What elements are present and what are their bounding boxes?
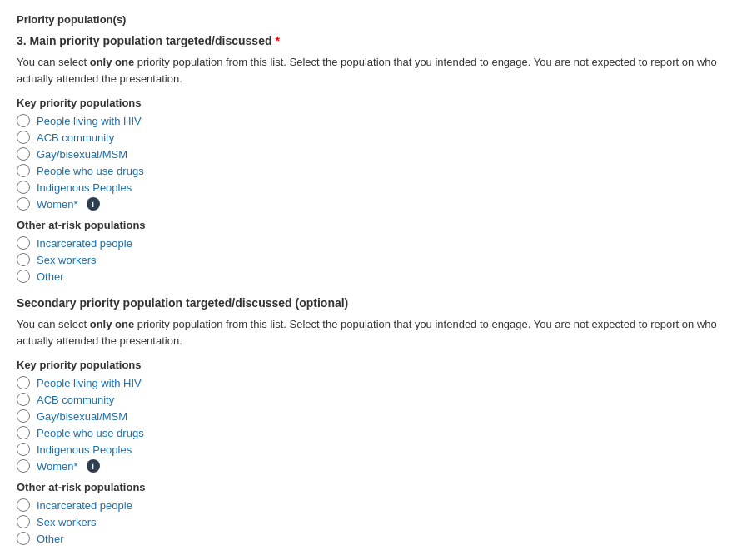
list-item[interactable]: Indigenous Peoples xyxy=(17,443,735,456)
sec-women-label[interactable]: Women* xyxy=(37,460,78,473)
main-incarcerated-radio[interactable] xyxy=(17,236,30,250)
main-drugs-radio[interactable] xyxy=(17,164,30,177)
list-item[interactable]: Gay/bisexual/MSM xyxy=(17,409,735,423)
main-incarcerated-label[interactable]: Incarcerated people xyxy=(37,237,132,250)
main-sex-workers-radio[interactable] xyxy=(17,253,30,266)
secondary-key-priority-populations: People living with HIV ACB community Gay… xyxy=(17,376,735,473)
list-item[interactable]: Gay/bisexual/MSM xyxy=(17,147,735,161)
main-sex-workers-label[interactable]: Sex workers xyxy=(37,254,97,266)
sec-hiv-label[interactable]: People living with HIV xyxy=(37,377,142,389)
list-item[interactable]: People living with HIV xyxy=(17,114,735,127)
secondary-question-label: Secondary priority population targeted/d… xyxy=(17,296,735,310)
main-key-priority-populations: People living with HIV ACB community Gay… xyxy=(17,114,735,211)
required-indicator: * xyxy=(275,34,279,47)
sec-incarcerated-label[interactable]: Incarcerated people xyxy=(37,499,132,512)
sec-acb-radio[interactable] xyxy=(17,393,30,406)
list-item[interactable]: Indigenous Peoples xyxy=(17,181,735,194)
main-acb-radio[interactable] xyxy=(17,131,30,144)
sec-gay-radio[interactable] xyxy=(17,409,30,423)
women-info-icon[interactable]: i xyxy=(87,197,100,211)
main-gay-label[interactable]: Gay/bisexual/MSM xyxy=(37,148,127,161)
main-other-label[interactable]: Other xyxy=(37,270,64,283)
list-item[interactable]: Sex workers xyxy=(17,253,735,266)
sec-other-label[interactable]: Other xyxy=(37,533,64,545)
sec-sex-workers-radio[interactable] xyxy=(17,515,30,528)
sec-indigenous-label[interactable]: Indigenous Peoples xyxy=(37,444,132,456)
sec-gay-label[interactable]: Gay/bisexual/MSM xyxy=(37,410,127,423)
list-item[interactable]: Other xyxy=(17,532,735,545)
main-hiv-label[interactable]: People living with HIV xyxy=(37,115,142,127)
list-item[interactable]: ACB community xyxy=(17,131,735,144)
main-acb-label[interactable]: ACB community xyxy=(37,131,114,144)
main-drugs-label[interactable]: People who use drugs xyxy=(37,165,144,177)
sec-women-radio[interactable] xyxy=(17,459,30,473)
list-item[interactable]: Women* i xyxy=(17,197,735,211)
sec-other-radio[interactable] xyxy=(17,532,30,545)
sec-acb-label[interactable]: ACB community xyxy=(37,394,114,406)
sec-incarcerated-radio[interactable] xyxy=(17,498,30,512)
secondary-instruction-text: You can select only one priority populat… xyxy=(17,316,735,349)
main-gay-radio[interactable] xyxy=(17,147,30,161)
secondary-other-at-risk-populations: Incarcerated people Sex workers Other xyxy=(17,498,735,545)
sec-women-info-icon[interactable]: i xyxy=(87,459,100,473)
other-at-risk-label: Other at-risk populations xyxy=(17,219,735,231)
sec-hiv-radio[interactable] xyxy=(17,376,30,389)
sec-drugs-radio[interactable] xyxy=(17,426,30,439)
list-item[interactable]: Other xyxy=(17,270,735,283)
sec-indigenous-radio[interactable] xyxy=(17,443,30,456)
list-item[interactable]: Incarcerated people xyxy=(17,236,735,250)
list-item[interactable]: People who use drugs xyxy=(17,426,735,439)
secondary-other-at-risk-label: Other at-risk populations xyxy=(17,481,735,493)
list-item[interactable]: People who use drugs xyxy=(17,164,735,177)
list-item[interactable]: People living with HIV xyxy=(17,376,735,389)
list-item[interactable]: ACB community xyxy=(17,393,735,406)
list-item[interactable]: Incarcerated people xyxy=(17,498,735,512)
main-other-radio[interactable] xyxy=(17,270,30,283)
main-hiv-radio[interactable] xyxy=(17,114,30,127)
main-indigenous-radio[interactable] xyxy=(17,181,30,194)
secondary-key-priority-populations-label: Key priority populations xyxy=(17,359,735,371)
sec-sex-workers-label[interactable]: Sex workers xyxy=(37,516,97,528)
main-indigenous-label[interactable]: Indigenous Peoples xyxy=(37,181,132,194)
main-instruction-text: You can select only one priority populat… xyxy=(17,54,735,87)
main-women-radio[interactable] xyxy=(17,197,30,211)
sec-drugs-label[interactable]: People who use drugs xyxy=(37,427,144,439)
main-other-at-risk-populations: Incarcerated people Sex workers Other xyxy=(17,236,735,283)
list-item[interactable]: Women* i xyxy=(17,459,735,473)
key-priority-populations-label: Key priority populations xyxy=(17,97,735,109)
priority-population-title: Priority population(s) xyxy=(17,13,735,26)
main-women-label[interactable]: Women* xyxy=(37,198,78,211)
main-question-label: 3. Main priority population targeted/dis… xyxy=(17,34,735,47)
list-item[interactable]: Sex workers xyxy=(17,515,735,528)
